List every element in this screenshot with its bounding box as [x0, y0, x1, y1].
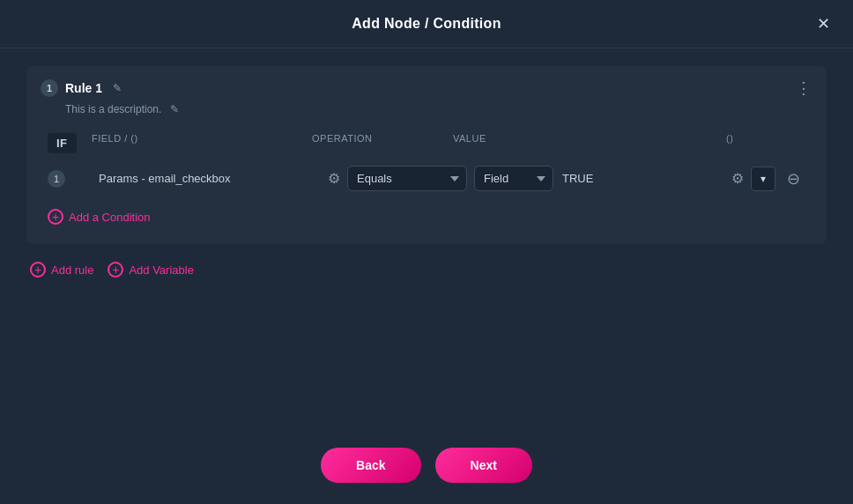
if-label: If — [48, 133, 77, 153]
add-variable-label: Add Variable — [129, 263, 193, 277]
action-dropdown-button[interactable]: ▾ — [751, 167, 775, 191]
modal-header: Add Node / Condition ✕ — [0, 0, 853, 48]
rule-header-left: 1 Rule 1 ✎ — [41, 79, 122, 97]
add-variable-plus-icon: + — [108, 262, 123, 278]
modal-title: Add Node / Condition — [352, 16, 501, 32]
empty-header — [612, 133, 726, 153]
bottom-actions: + Add rule + Add Variable — [26, 262, 827, 278]
modal-body: 1 Rule 1 ✎ ⋮ This is a description. ✎ If… — [0, 48, 853, 434]
value-text: TRUE — [562, 172, 593, 185]
condition-gear-cell: ⚙ Equals Not Equals Contains Greater Tha… — [326, 166, 467, 191]
rule-header: 1 Rule 1 ✎ ⋮ — [41, 78, 812, 98]
field-header: FIELD / () — [92, 133, 312, 153]
rule-title: Rule 1 — [65, 81, 102, 95]
condition-table: If FIELD / () Operation Value () 1 Param… — [41, 128, 812, 232]
modal-footer: Back Next — [0, 434, 853, 504]
modal: Add Node / Condition ✕ 1 Rule 1 ✎ ⋮ This… — [0, 0, 853, 504]
next-button[interactable]: Next — [435, 448, 532, 483]
parentheses-header: () — [726, 133, 805, 153]
value-header: Value — [453, 133, 612, 153]
add-rule-plus-icon: + — [30, 262, 46, 278]
rule-description: This is a description. ✎ — [65, 103, 812, 115]
condition-row: 1 Params - email_checkbox ⚙ Equals Not E… — [41, 159, 812, 198]
add-rule-button[interactable]: + Add rule — [30, 262, 93, 278]
action-remove-button[interactable]: ⊖ — [781, 167, 805, 191]
operation-header: Operation — [312, 133, 453, 153]
condition-actions: ⚙ ▾ ⊖ — [726, 167, 805, 191]
add-condition-button[interactable]: + Add a Condition — [48, 209, 151, 225]
condition-row-number: 1 — [48, 170, 65, 188]
action-gear-button[interactable]: ⚙ — [730, 168, 745, 189]
rule-description-edit-icon[interactable]: ✎ — [170, 103, 179, 115]
close-button[interactable]: ✕ — [811, 11, 835, 36]
rule-more-icon[interactable]: ⋮ — [796, 78, 812, 98]
if-label-cell: If — [48, 133, 92, 153]
condition-field-name: Params - email_checkbox — [99, 172, 319, 185]
value-group: Field Value Variable TRUE — [474, 166, 633, 191]
back-button[interactable]: Back — [321, 448, 420, 483]
add-variable-button[interactable]: + Add Variable — [108, 262, 193, 278]
rule-card: 1 Rule 1 ✎ ⋮ This is a description. ✎ If… — [26, 66, 827, 244]
add-condition-plus-icon: + — [48, 209, 63, 225]
add-rule-label: Add rule — [51, 263, 93, 277]
add-condition-row: + Add a Condition — [41, 202, 812, 232]
condition-table-header: If FIELD / () Operation Value () — [41, 128, 812, 159]
operation-select[interactable]: Equals Not Equals Contains Greater Than … — [347, 166, 467, 191]
value-type-select[interactable]: Field Value Variable — [474, 166, 553, 191]
condition-gear-button[interactable]: ⚙ — [326, 168, 342, 189]
rule-number-badge: 1 — [41, 79, 58, 97]
add-condition-label: Add a Condition — [69, 211, 151, 224]
rule-title-edit-icon[interactable]: ✎ — [113, 82, 122, 94]
